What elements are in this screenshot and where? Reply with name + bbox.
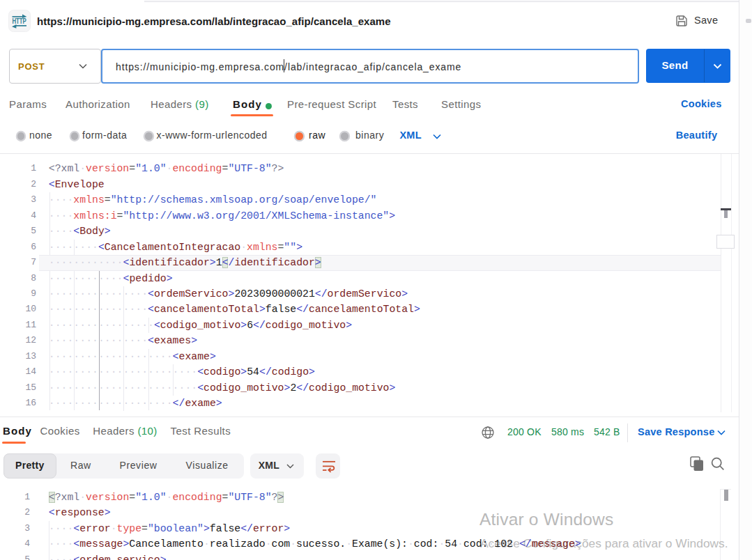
- svg-text:HTTP: HTTP: [12, 17, 26, 25]
